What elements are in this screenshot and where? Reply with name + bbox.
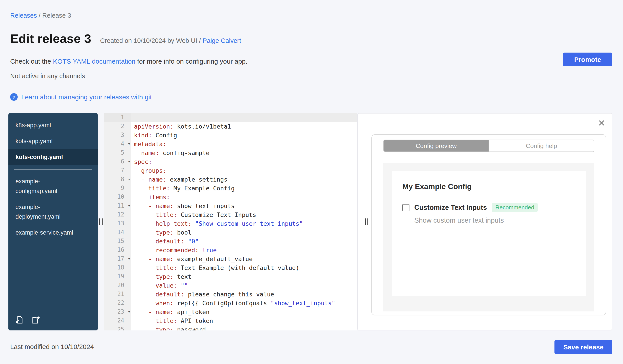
fold-toggle-icon[interactable]: ▾	[128, 175, 131, 184]
code-line-8: 8▾ - name: example_settings	[104, 175, 357, 184]
file-tree-list: k8s-app.yamlkots-app.yamlkots-config.yam…	[8, 113, 98, 241]
fold-toggle-icon[interactable]: ▾	[128, 202, 131, 210]
code-text: title: Customize Text Inputs	[131, 210, 256, 219]
code-text: help_text: "Show custom user text inputs…	[131, 219, 303, 228]
code-text: value: ""	[131, 281, 188, 290]
code-line-2: 2apiVersion: kots.io/v1beta1	[104, 122, 357, 131]
yaml-editor[interactable]: 1---2apiVersion: kots.io/v1beta13kind: C…	[104, 113, 357, 330]
config-item-row: Customize Text Inputs Recommended	[402, 203, 575, 212]
code-text: groups:	[131, 166, 166, 175]
line-number: 19	[104, 272, 131, 281]
code-text: - name: show_text_inputs	[131, 202, 235, 210]
line-number: 1	[104, 113, 131, 122]
code-line-10: 10 items:	[104, 193, 357, 202]
file-tree-item-example-deployment.yaml[interactable]: example-deployment.yaml	[8, 199, 98, 225]
line-number: 5	[104, 148, 131, 157]
file-tree-item-example-service.yaml[interactable]: example-service.yaml	[8, 225, 98, 241]
code-text: type: bool	[131, 228, 191, 237]
code-line-15: 15 default: "0"	[104, 237, 357, 246]
fold-toggle-icon[interactable]: ▾	[128, 307, 131, 316]
code-text: recommended: true	[131, 246, 217, 254]
code-line-14: 14 type: bool	[104, 228, 357, 237]
file-tree-footer	[14, 315, 41, 325]
promote-button[interactable]: Promote	[563, 53, 612, 66]
line-number: 10	[104, 193, 131, 202]
code-lines: 1---2apiVersion: kots.io/v1beta13kind: C…	[104, 113, 357, 330]
code-text: metadata:	[131, 140, 166, 148]
code-line-17: 17▾ - name: example_default_value	[104, 254, 357, 263]
code-line-22: 22 when: repl{{ ConfigOptionEquals "show…	[104, 299, 357, 307]
code-text: title: API token	[131, 316, 213, 325]
pane-gap-left	[98, 113, 104, 330]
breadcrumb-releases-link[interactable]: Releases	[10, 12, 37, 19]
question-circle-icon: ?	[10, 93, 18, 101]
code-line-11: 11▾ - name: show_text_inputs	[104, 202, 357, 210]
code-line-3: 3kind: Config	[104, 131, 357, 140]
code-line-1: 1---	[104, 113, 357, 122]
breadcrumb-current: Release 3	[42, 12, 71, 19]
line-number: 25	[104, 325, 131, 330]
line-number: 22	[104, 299, 131, 307]
save-release-button[interactable]: Save release	[555, 340, 612, 354]
tab-config-preview[interactable]: Config preview	[384, 140, 489, 152]
line-number: 20	[104, 281, 131, 290]
code-text: name: config-sample	[131, 148, 209, 157]
code-line-6: 6▾spec:	[104, 157, 357, 166]
git-help-link[interactable]: ? Learn about managing your releases wit…	[10, 93, 152, 101]
code-line-19: 19 type: text	[104, 272, 357, 281]
line-number: 24	[104, 316, 131, 325]
code-text: type: text	[131, 272, 191, 281]
code-text: apiVersion: kots.io/v1beta1	[131, 122, 231, 131]
config-group-title: My Example Config	[402, 182, 575, 191]
code-text: - name: example_default_value	[131, 254, 252, 263]
line-number: 15	[104, 237, 131, 246]
file-tree-item-kots-config.yaml[interactable]: kots-config.yaml	[8, 149, 98, 165]
file-tree-item-kots-app.yaml[interactable]: kots-app.yaml	[8, 133, 98, 149]
created-info: Created on 10/10/2024 by Web UI / Paige …	[100, 37, 241, 44]
tab-config-help[interactable]: Config help	[489, 140, 594, 152]
code-line-5: 5 name: config-sample	[104, 148, 357, 157]
upload-file-button[interactable]	[14, 315, 24, 325]
file-tree-resize-handle[interactable]	[99, 219, 103, 225]
code-line-7: 7 groups:	[104, 166, 357, 175]
code-line-24: 24 title: API token	[104, 316, 357, 325]
preview-body: My Example Config Customize Text Inputs …	[383, 163, 594, 311]
last-modified-text: Last modified on 10/10/2024	[10, 343, 94, 350]
fold-toggle-icon[interactable]: ▾	[128, 140, 131, 148]
doc-prefix-text: Check out the	[10, 58, 53, 65]
line-number: 14	[104, 228, 131, 237]
close-icon[interactable]: ×	[598, 117, 605, 129]
preview-resize-handle[interactable]	[365, 219, 368, 225]
fold-toggle-icon[interactable]: ▾	[128, 157, 131, 166]
breadcrumb-separator: /	[37, 12, 42, 19]
new-file-button[interactable]	[30, 315, 41, 325]
line-number: 8▾	[104, 175, 131, 184]
code-line-9: 9 title: My Example Config	[104, 184, 357, 193]
code-text: default: please change this value	[131, 290, 274, 299]
code-line-21: 21 default: please change this value	[104, 290, 357, 299]
doc-suffix-text: for more info on configuring your app.	[135, 58, 247, 65]
file-tree-item-example-configmap.yaml[interactable]: example-configmap.yaml	[8, 174, 98, 199]
line-number: 21	[104, 290, 131, 299]
customize-text-inputs-checkbox[interactable]	[402, 204, 409, 211]
file-tree-sidebar: k8s-app.yamlkots-app.yamlkots-config.yam…	[8, 113, 98, 330]
code-text: title: My Example Config	[131, 184, 235, 193]
config-preview-pane: × Config previewConfig help My Example C…	[357, 113, 612, 330]
kots-yaml-docs-link[interactable]: KOTS YAML documentation	[53, 58, 135, 65]
doc-line: Check out the KOTS YAML documentation fo…	[10, 58, 247, 65]
code-line-18: 18 title: Text Example (with default val…	[104, 263, 357, 272]
code-text: ---	[131, 113, 145, 122]
code-line-25: 25 type: password	[104, 325, 357, 330]
preview-card: Config previewConfig help My Example Con…	[371, 134, 606, 315]
line-number: 7	[104, 166, 131, 175]
author-link[interactable]: Paige Calvert	[203, 37, 241, 44]
config-item-help: Show custom user text inputs	[414, 217, 575, 224]
line-number: 12	[104, 210, 131, 219]
new-file-icon	[31, 319, 40, 325]
line-number: 9	[104, 184, 131, 193]
config-item-label: Customize Text Inputs	[414, 203, 487, 211]
breadcrumb: Releases / Release 3	[10, 12, 71, 19]
line-number: 2	[104, 122, 131, 131]
file-tree-item-k8s-app.yaml[interactable]: k8s-app.yaml	[8, 118, 98, 133]
fold-toggle-icon[interactable]: ▾	[128, 254, 131, 263]
